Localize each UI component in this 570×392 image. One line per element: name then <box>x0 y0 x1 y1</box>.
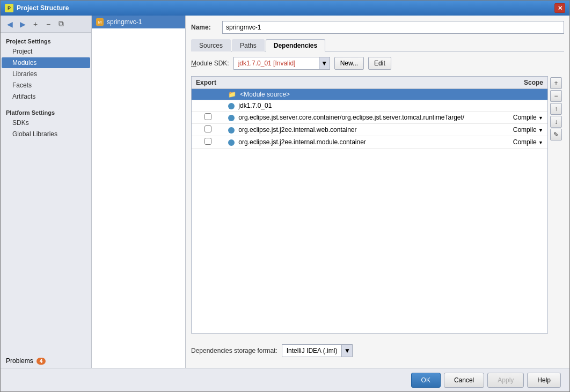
move-down-button[interactable]: ↓ <box>550 116 562 128</box>
export-checkbox[interactable] <box>204 125 211 132</box>
apply-button[interactable]: Apply <box>487 373 524 388</box>
col-export: Export <box>192 77 224 89</box>
tab-sources[interactable]: Sources <box>191 39 231 51</box>
export-cell <box>192 136 224 149</box>
col-scope: Scope <box>505 77 547 89</box>
storage-label: Dependencies storage format: <box>191 347 277 354</box>
sidebar-item-sdks[interactable]: SDKs <box>2 117 90 128</box>
sidebar-item-global-libraries[interactable]: Global Libraries <box>2 129 90 139</box>
table-row[interactable]: org.eclipse.jst.j2ee.internal.web.contai… <box>192 124 547 136</box>
dep-label: org.eclipse.jst.j2ee.internal.web.contai… <box>238 126 356 134</box>
tab-paths[interactable]: Paths <box>232 39 265 51</box>
content-area: ◀ ▶ + − ⧉ Project Settings Project Modul… <box>1 16 569 368</box>
sidebar-item-project[interactable]: Project <box>2 46 90 57</box>
table-row[interactable]: 📁 <Module source> <box>192 89 547 100</box>
dep-cell: jdk1.7.0_01 <box>224 100 505 112</box>
back-button[interactable]: ◀ <box>4 19 16 29</box>
export-cell <box>192 124 224 136</box>
dep-cell: org.eclipse.jst.j2ee.internal.web.contai… <box>224 124 505 136</box>
folder-icon: 📁 <box>228 91 236 98</box>
add-dep-button[interactable]: + <box>550 77 562 89</box>
module-item-label: springmvc-1 <box>107 18 142 26</box>
sdk-dropdown[interactable]: jdk1.7.0_01 [Invalid] ▼ <box>233 57 330 70</box>
center-content: M springmvc-1 Name: Sources Paths Depend… <box>92 16 569 368</box>
dialog-footer: OK Cancel Apply Help <box>1 368 569 391</box>
sdk-dropdown-arrow[interactable]: ▼ <box>319 57 330 69</box>
title-bar: P Project Structure ✕ <box>1 1 569 16</box>
scope-cell: Compile ▼ <box>505 112 547 124</box>
window-title: Project Structure <box>17 4 554 12</box>
sdk-new-button[interactable]: New... <box>334 57 364 70</box>
close-button[interactable]: ✕ <box>554 3 565 13</box>
problems-label: Problems <box>6 357 33 365</box>
export-cell <box>192 112 224 124</box>
tabs-row: Sources Paths Dependencies <box>191 39 564 51</box>
dep-label: <Module source> <box>240 91 290 98</box>
sidebar-item-artifacts[interactable]: Artifacts <box>2 91 90 102</box>
copy-module-button[interactable]: ⧉ <box>55 19 67 29</box>
lib-icon <box>228 127 235 134</box>
table-row[interactable]: org.eclipse.jst.j2ee.internal.module.con… <box>192 136 547 149</box>
dep-table-container: Export Scope 📁 <box>191 76 548 334</box>
lib-icon <box>228 103 235 109</box>
table-row[interactable]: org.eclipse.jst.server.core.container/or… <box>192 112 547 124</box>
sidebar-toolbar: ◀ ▶ + − ⧉ <box>1 16 91 33</box>
dep-label: org.eclipse.jst.j2ee.internal.module.con… <box>238 138 366 146</box>
dep-label: org.eclipse.jst.server.core.container/or… <box>238 114 464 121</box>
storage-dropdown[interactable]: IntelliJ IDEA (.iml) ▼ <box>282 344 353 357</box>
dep-cell: 📁 <Module source> <box>224 89 505 100</box>
storage-row: Dependencies storage format: IntelliJ ID… <box>191 344 564 357</box>
project-structure-window: P Project Structure ✕ ◀ ▶ + − ⧉ Project … <box>0 0 570 392</box>
problems-badge: 4 <box>36 358 46 365</box>
export-cell <box>192 100 224 112</box>
scope-arrow-icon[interactable]: ▼ <box>538 115 543 121</box>
cancel-button[interactable]: Cancel <box>444 373 484 388</box>
scope-value: Compile <box>513 138 537 146</box>
ok-button[interactable]: OK <box>411 373 441 388</box>
sdk-edit-button[interactable]: Edit <box>368 57 391 70</box>
dep-label: jdk1.7.0_01 <box>238 102 272 109</box>
sidebar-item-modules[interactable]: Modules <box>2 57 90 68</box>
export-checkbox[interactable] <box>204 138 211 145</box>
scope-cell <box>505 89 547 100</box>
remove-module-button[interactable]: − <box>42 19 54 29</box>
dep-cell: org.eclipse.jst.server.core.container/or… <box>224 112 505 124</box>
scope-arrow-icon[interactable]: ▼ <box>538 128 543 133</box>
right-panel: Name: Sources Paths Dependencies Module … <box>186 16 569 368</box>
storage-dropdown-arrow-icon[interactable]: ▼ <box>341 345 352 357</box>
table-row[interactable]: jdk1.7.0_01 <box>192 100 547 112</box>
sidebar-nav: Project Settings Project Modules Librari… <box>1 33 91 142</box>
dep-side-buttons: + − ↑ ↓ ✎ <box>548 76 564 339</box>
sdk-row: Module SDK: jdk1.7.0_01 [Invalid] ▼ New.… <box>191 57 564 70</box>
export-checkbox[interactable] <box>204 113 211 120</box>
dep-table: Export Scope 📁 <box>192 77 547 149</box>
lib-icon <box>228 115 235 121</box>
add-module-button[interactable]: + <box>30 19 41 29</box>
scope-cell: Compile ▼ <box>505 124 547 136</box>
scope-cell: Compile ▼ <box>505 136 547 149</box>
sidebar: ◀ ▶ + − ⧉ Project Settings Project Modul… <box>1 16 92 368</box>
edit-dep-button[interactable]: ✎ <box>550 129 562 140</box>
module-list-area: M springmvc-1 <box>92 16 186 368</box>
forward-button[interactable]: ▶ <box>17 19 28 29</box>
app-icon: P <box>5 4 13 12</box>
help-button[interactable]: Help <box>527 373 561 388</box>
sdk-dropdown-value: jdk1.7.0_01 [Invalid] <box>234 58 319 68</box>
module-name-input[interactable] <box>222 21 564 34</box>
dep-table-wrapper: Export Scope 📁 <box>191 76 564 339</box>
module-icon: M <box>96 18 104 26</box>
scope-value: Compile <box>513 126 537 134</box>
lib-icon <box>228 139 235 146</box>
project-settings-label: Project Settings <box>1 35 91 46</box>
module-item-springmvc[interactable]: M springmvc-1 <box>92 16 185 28</box>
name-row: Name: <box>191 21 564 34</box>
remove-dep-button[interactable]: − <box>550 90 562 102</box>
dep-cell: org.eclipse.jst.j2ee.internal.module.con… <box>224 136 505 149</box>
sidebar-item-facets[interactable]: Facets <box>2 80 90 91</box>
scope-arrow-icon[interactable]: ▼ <box>538 140 543 145</box>
sidebar-problems[interactable]: Problems 4 <box>1 354 91 368</box>
sidebar-item-libraries[interactable]: Libraries <box>2 69 90 79</box>
tab-dependencies[interactable]: Dependencies <box>266 39 325 51</box>
scope-cell <box>505 100 547 112</box>
move-up-button[interactable]: ↑ <box>550 103 562 115</box>
